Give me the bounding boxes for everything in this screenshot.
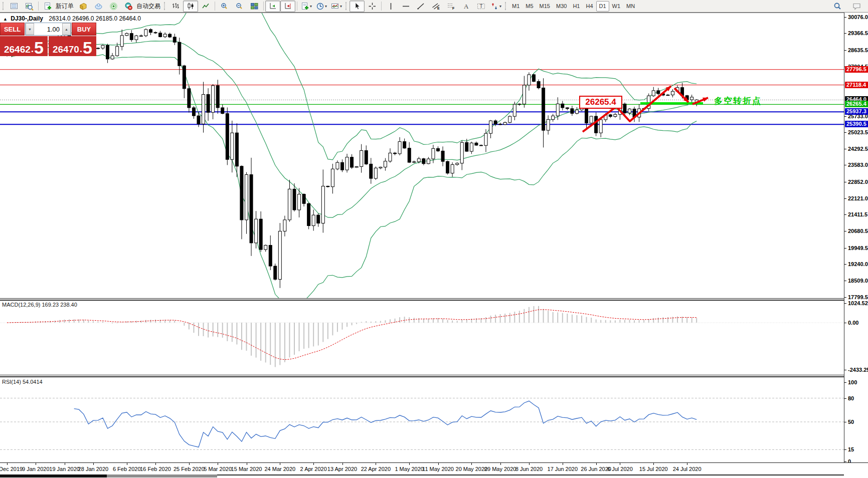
date-tick-mark — [500, 463, 501, 465]
volume-input[interactable]: 1.00 — [34, 23, 62, 35]
timeframe-button-m30[interactable]: M30 — [553, 1, 570, 12]
candlestick-chart-icon[interactable] — [183, 1, 198, 12]
candle — [216, 86, 219, 108]
volume-decrease-button[interactable]: ▼ — [26, 23, 34, 35]
candle — [456, 163, 459, 165]
candle — [437, 148, 440, 151]
vertical-line-icon[interactable] — [383, 1, 398, 12]
line-chart-icon[interactable] — [198, 1, 213, 12]
templates-icon[interactable]: ▾ — [329, 1, 344, 12]
macd-signal-line[interactable] — [7, 310, 697, 360]
toolbar-separator — [38, 2, 39, 11]
trendline-icon[interactable] — [413, 1, 428, 12]
wallet-icon[interactable] — [76, 1, 91, 12]
periods-icon[interactable]: ▾ — [314, 1, 329, 12]
candle — [207, 94, 210, 112]
timeframe-button-w1[interactable]: W1 — [609, 1, 624, 12]
auto-scroll-icon[interactable] — [265, 1, 280, 12]
sell-price-display[interactable]: 26462 . 5 — [0, 36, 48, 56]
candle — [178, 42, 181, 66]
search-icon[interactable] — [830, 1, 845, 12]
price-tick-mark — [844, 17, 846, 18]
text-label-icon[interactable]: T — [473, 1, 488, 12]
signals-icon[interactable] — [106, 1, 121, 12]
new-order-icon[interactable] — [40, 1, 55, 12]
chevron-down-icon: ▾ — [499, 4, 501, 9]
buy-price-display[interactable]: 26470 . 5 — [49, 36, 96, 56]
arrows-icon[interactable]: ▾ — [488, 1, 503, 12]
volume-increase-button[interactable]: ▲ — [62, 23, 71, 35]
fibonacci-icon[interactable]: F — [443, 1, 458, 12]
scrollbar-track[interactable] — [217, 474, 844, 475]
price-tick-mark — [844, 165, 846, 165]
mt4-terminal-window: 新订单自动交易▾▾▾EFAT▾M1M5M15M30H1H4D1W1MN MACD… — [0, 0, 868, 478]
candle — [523, 85, 526, 104]
price-chart-canvas[interactable] — [0, 13, 844, 299]
candle — [135, 36, 138, 40]
sell-button[interactable]: SELL — [0, 23, 25, 36]
market-watch-icon[interactable] — [7, 1, 22, 12]
rsi-chart-canvas[interactable] — [0, 377, 844, 462]
toolbar-grip[interactable] — [505, 2, 507, 10]
autotrade-icon[interactable] — [121, 1, 136, 12]
macd-chart-canvas[interactable] — [0, 301, 844, 375]
candle — [422, 159, 425, 164]
rsi-tick-label: 80 — [848, 395, 854, 401]
rsi-tick-mark — [844, 382, 846, 383]
svg-text:E: E — [437, 7, 440, 10]
timeframe-button-mn[interactable]: MN — [623, 1, 638, 12]
toolbar-grip[interactable] — [345, 2, 348, 10]
candle — [379, 167, 382, 168]
candle — [508, 116, 511, 122]
tile-windows-icon[interactable] — [247, 1, 262, 12]
timeframe-button-d1[interactable]: D1 — [596, 1, 609, 12]
timeframe-button-m15[interactable]: M15 — [537, 1, 553, 12]
timeframe-button-m5[interactable]: M5 — [523, 1, 536, 12]
zoom-out-icon[interactable] — [232, 1, 247, 12]
buy-button[interactable]: BUY — [72, 23, 96, 36]
price-annotation-box[interactable]: 26265.4 — [579, 96, 622, 109]
date-tick-mark — [65, 463, 65, 465]
price-tick-label: 28635.5 — [848, 47, 868, 53]
cursor-icon[interactable] — [350, 1, 365, 12]
svg-text:A: A — [464, 3, 469, 10]
horizontal-scrollbar[interactable] — [0, 474, 868, 478]
community-icon[interactable] — [91, 1, 106, 12]
candle — [599, 120, 602, 133]
date-label: 28 Jan 2020 — [78, 466, 109, 472]
turning-point-annotation[interactable]: 多空转折点 — [714, 95, 762, 107]
bar-chart-icon[interactable] — [168, 1, 183, 12]
crosshair-icon[interactable] — [365, 1, 380, 12]
date-label: 8 Jun 2020 — [515, 466, 543, 472]
price-tag-27796.5: 27796.5 — [845, 66, 868, 73]
chat-icon[interactable] — [849, 1, 864, 12]
indicators-icon[interactable]: ▾ — [299, 1, 314, 12]
scrollbar-thumb[interactable] — [0, 474, 107, 477]
price-axis[interactable]: 30076.029366.528635.527904.525733.025023… — [844, 13, 868, 462]
toolbar-grip[interactable] — [3, 2, 5, 10]
candle — [226, 114, 229, 160]
bollinger-lower-band[interactable] — [7, 53, 697, 299]
timeframe-button-m1[interactable]: M1 — [509, 1, 523, 12]
price-tick-mark — [844, 281, 846, 281]
date-label: 2 Apr 2020 — [300, 466, 327, 472]
candle — [321, 186, 324, 223]
rsi-line[interactable] — [74, 401, 697, 447]
chevron-down-icon: ▾ — [325, 4, 327, 9]
candle — [590, 116, 593, 123]
chart-shift-icon[interactable] — [280, 1, 295, 12]
text-icon[interactable]: A — [458, 1, 473, 12]
candle — [111, 56, 114, 59]
date-axis[interactable]: 31 Dec 20199 Jan 202019 Jan 202028 Jan 2… — [0, 462, 868, 474]
timeframe-button-h4[interactable]: H4 — [583, 1, 596, 12]
bollinger-middle-band[interactable] — [7, 41, 697, 217]
scrollbar-segment[interactable] — [107, 474, 217, 477]
chart-profile-icon[interactable] — [22, 1, 37, 12]
date-tick-mark — [596, 463, 597, 465]
timeframe-button-h1[interactable]: H1 — [570, 1, 583, 12]
horizontal-line-icon[interactable] — [398, 1, 413, 12]
zoom-in-icon[interactable] — [217, 1, 232, 12]
candle — [302, 194, 305, 204]
toolbar-grip[interactable] — [164, 2, 166, 10]
channel-icon[interactable]: E — [428, 1, 443, 12]
